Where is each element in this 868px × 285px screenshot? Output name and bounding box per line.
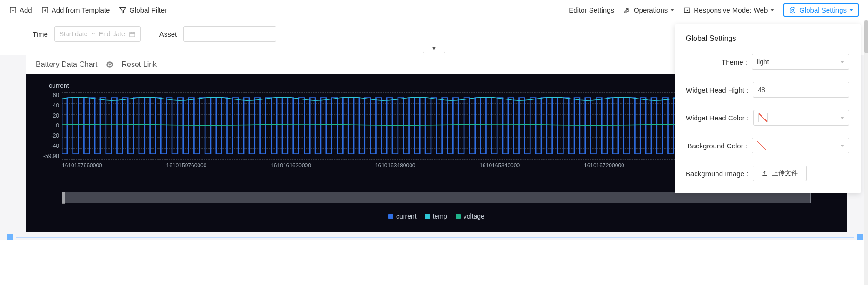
asset-label: Asset bbox=[159, 30, 177, 38]
add-button[interactable]: Add bbox=[9, 6, 32, 14]
top-toolbar: Add Add from Template Global Filter Edit… bbox=[0, 0, 868, 20]
head-height-value: 48 bbox=[758, 86, 765, 93]
global-filter-button[interactable]: Global Filter bbox=[119, 6, 167, 14]
wrench-icon bbox=[623, 7, 631, 14]
asset-input[interactable] bbox=[183, 26, 276, 42]
legend-label: voltage bbox=[464, 212, 484, 220]
head-color-row: Widget Head Color : bbox=[686, 110, 849, 126]
operations-label: Operations bbox=[634, 6, 668, 14]
add-template-icon bbox=[41, 7, 49, 14]
global-filter-label: Global Filter bbox=[129, 6, 167, 14]
upload-icon bbox=[762, 170, 768, 177]
y-tick: -20 bbox=[51, 133, 59, 139]
chevron-down-icon bbox=[841, 145, 844, 147]
x-tick: 1610161620000 bbox=[271, 162, 311, 169]
start-date-placeholder: Start date bbox=[60, 30, 88, 38]
widget-title: Battery Data Chart bbox=[36, 60, 98, 69]
svg-point-15 bbox=[106, 61, 113, 67]
editor-settings-label: Editor Settings bbox=[569, 6, 614, 14]
head-color-picker[interactable] bbox=[753, 110, 849, 126]
global-settings-label: Global Settings bbox=[799, 6, 847, 14]
bg-color-picker[interactable] bbox=[752, 138, 849, 153]
head-height-input[interactable]: 48 bbox=[753, 82, 849, 98]
page-scrollbar[interactable] bbox=[864, 20, 868, 285]
toolbar-left-group: Add Add from Template Global Filter bbox=[9, 6, 167, 14]
global-settings-popover: Global Settings Theme : light Widget Hea… bbox=[675, 24, 861, 193]
reset-link-label[interactable]: Reset Link bbox=[122, 60, 157, 69]
y-tick: 60 bbox=[53, 92, 59, 99]
editor-settings-button[interactable]: Editor Settings bbox=[569, 6, 614, 14]
scrollbar-thumb[interactable] bbox=[864, 20, 868, 53]
x-tick: 1610163480000 bbox=[375, 162, 416, 169]
bg-color-label: Background Color : bbox=[688, 142, 747, 150]
chart-legend: current temp voltage bbox=[40, 212, 833, 220]
data-zoom-slider[interactable] bbox=[62, 192, 811, 203]
chevron-down-icon: ▼ bbox=[423, 46, 445, 53]
y-tick: -40 bbox=[51, 143, 59, 149]
legend-item-voltage[interactable]: voltage bbox=[456, 212, 484, 220]
legend-swatch bbox=[388, 214, 393, 219]
y-tick: 20 bbox=[53, 113, 59, 119]
empty-color-swatch bbox=[757, 141, 766, 150]
theme-row: Theme : light bbox=[686, 54, 849, 70]
widget-resize-handles bbox=[26, 234, 847, 240]
calendar-icon bbox=[129, 31, 136, 38]
upload-button[interactable]: 上传文件 bbox=[753, 166, 807, 181]
toolbar-right-group: Editor Settings Operations Responsive Mo… bbox=[569, 3, 859, 17]
bg-image-label: Background Image : bbox=[686, 170, 748, 178]
x-tick: 1610157960000 bbox=[62, 162, 102, 169]
legend-swatch bbox=[456, 214, 461, 219]
y-tick: 40 bbox=[53, 102, 59, 109]
resize-handle-sw[interactable] bbox=[7, 234, 13, 240]
chevron-down-icon bbox=[770, 9, 774, 11]
chevron-down-icon bbox=[849, 9, 853, 11]
add-from-template-button[interactable]: Add from Template bbox=[41, 6, 110, 14]
svg-rect-11 bbox=[130, 32, 135, 37]
legend-swatch bbox=[425, 214, 430, 219]
head-height-row: Widget Head Hight : 48 bbox=[686, 82, 849, 98]
x-tick: 1610159760000 bbox=[166, 162, 207, 169]
theme-select[interactable]: light bbox=[752, 54, 849, 70]
settings-panel-title: Global Settings bbox=[686, 34, 849, 43]
asset-filter-group: Asset bbox=[159, 26, 277, 42]
y-axis: 60 40 20 0 -20 -40 -59.98 bbox=[40, 92, 62, 159]
responsive-mode-dropdown[interactable]: Responsive Mode: Web bbox=[683, 6, 774, 14]
upload-label: 上传文件 bbox=[772, 169, 798, 178]
svg-point-10 bbox=[792, 9, 794, 11]
add-label: Add bbox=[20, 6, 32, 14]
chevron-down-icon bbox=[841, 117, 844, 119]
head-height-label: Widget Head Hight : bbox=[686, 86, 748, 94]
head-color-label: Widget Head Color : bbox=[686, 114, 749, 122]
legend-item-temp[interactable]: temp bbox=[425, 212, 447, 220]
x-tick: 1610165340000 bbox=[479, 162, 520, 169]
responsive-mode-label: Responsive Mode: Web bbox=[694, 6, 768, 14]
resize-bar[interactable] bbox=[16, 237, 854, 238]
global-settings-dropdown[interactable]: Global Settings bbox=[783, 3, 859, 17]
add-icon bbox=[9, 7, 17, 14]
data-zoom-handle[interactable] bbox=[62, 192, 65, 204]
bg-color-row: Background Color : bbox=[686, 138, 849, 153]
filter-icon bbox=[119, 7, 126, 14]
link-icon bbox=[106, 61, 113, 68]
time-filter-group: Time Start date ~ End date bbox=[33, 26, 141, 42]
gear-icon bbox=[789, 7, 796, 14]
end-date-placeholder: End date bbox=[99, 30, 125, 38]
y-tick: 0 bbox=[56, 122, 59, 129]
responsive-icon bbox=[683, 7, 691, 14]
operations-dropdown[interactable]: Operations bbox=[623, 6, 674, 14]
svg-point-8 bbox=[687, 10, 688, 10]
date-range-picker[interactable]: Start date ~ End date bbox=[54, 26, 141, 42]
legend-label: temp bbox=[433, 212, 447, 220]
add-from-template-label: Add from Template bbox=[52, 6, 110, 14]
legend-item-current[interactable]: current bbox=[388, 212, 417, 220]
range-separator: ~ bbox=[91, 30, 95, 38]
svg-marker-9 bbox=[790, 7, 795, 13]
x-tick: 1610167200000 bbox=[584, 162, 624, 169]
theme-value: light bbox=[757, 58, 769, 66]
y-tick: -59.98 bbox=[43, 153, 59, 159]
theme-label: Theme : bbox=[722, 58, 747, 66]
legend-label: current bbox=[396, 212, 417, 220]
resize-handle-se[interactable] bbox=[857, 234, 863, 240]
empty-color-swatch bbox=[758, 113, 768, 122]
bg-image-row: Background Image : 上传文件 bbox=[686, 166, 849, 181]
